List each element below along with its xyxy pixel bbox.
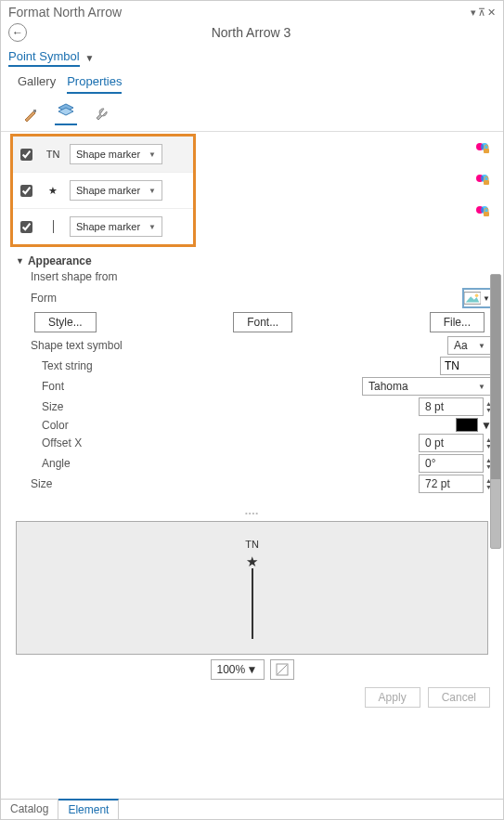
preview-canvas: TN ★ <box>16 521 488 655</box>
insert-shape-label: Insert shape from <box>31 267 492 286</box>
breadcrumb-point-symbol[interactable]: Point Symbol <box>8 49 80 67</box>
layer-marker-select[interactable]: Shape marker ▼ <box>70 180 162 201</box>
shape-text-symbol-select[interactable]: Aa ▼ <box>447 336 492 355</box>
size-inner-label: Size <box>42 400 419 413</box>
preview-text-tn: TN <box>245 539 259 550</box>
chevron-down-icon[interactable]: ▼ <box>85 53 95 63</box>
font-select[interactable]: Tahoma ▼ <box>362 377 492 396</box>
apply-button[interactable]: Apply <box>365 687 420 708</box>
layer-marker-label: Shape marker <box>76 185 140 196</box>
tab-row: Gallery Properties <box>1 69 503 94</box>
font-button[interactable]: Font... <box>233 312 292 332</box>
svg-point-14 <box>475 293 479 297</box>
sub-header: ← North Arrow 3 <box>1 20 503 46</box>
wrench-tool-icon[interactable] <box>90 103 112 125</box>
appearance-title: Appearance <box>28 254 92 267</box>
layer-checkbox[interactable] <box>20 221 32 233</box>
appearance-section: ▼ Appearance Insert shape from Form ▼ St… <box>1 249 503 497</box>
svg-rect-11 <box>484 212 489 216</box>
shape-text-symbol-label: Shape text symbol <box>31 339 447 352</box>
layer-marker-label: Shape marker <box>76 221 140 232</box>
bottom-tab-row: Catalog Element <box>1 799 503 819</box>
layer-icon-text: TN <box>42 147 64 162</box>
svg-rect-8 <box>484 180 489 185</box>
zoom-actual-size-button[interactable] <box>270 659 294 680</box>
layer-list-highlight: TN Shape marker ▼ ★ Shape marker ▼ Shape… <box>10 134 196 247</box>
breadcrumb: Point Symbol ▼ <box>1 46 503 69</box>
size-outer-input[interactable]: 72 pt <box>419 475 484 493</box>
text-string-label: Text string <box>42 359 440 372</box>
brush-tool-icon[interactable] <box>19 103 42 125</box>
size-inner-input[interactable]: 8 pt <box>419 397 484 416</box>
layers-tool-icon[interactable] <box>55 103 77 125</box>
layer-marker-select[interactable]: Shape marker ▼ <box>70 216 162 237</box>
tool-row <box>1 94 503 125</box>
layer-row[interactable]: Shape marker ▼ <box>13 209 193 244</box>
color-lock-icon[interactable] <box>475 204 490 219</box>
style-button[interactable]: Style... <box>34 312 97 332</box>
tab-properties[interactable]: Properties <box>67 74 122 94</box>
svg-rect-0 <box>33 110 36 112</box>
color-swatch[interactable] <box>456 418 478 432</box>
chevron-down-icon: ▼ <box>483 294 490 303</box>
footer-buttons: Apply Cancel <box>1 680 503 711</box>
offset-x-input[interactable]: 0 pt <box>419 434 484 452</box>
layer-checkbox[interactable] <box>20 185 32 197</box>
chevron-down-icon: ▼ <box>247 663 258 676</box>
layer-marker-label: Shape marker <box>76 149 140 160</box>
layer-marker-select[interactable]: Shape marker ▼ <box>70 144 162 164</box>
color-lock-icon[interactable] <box>475 173 490 188</box>
layer-icon-line <box>42 219 64 234</box>
back-button[interactable]: ← <box>8 23 27 42</box>
close-icon[interactable]: ✕ <box>487 7 496 19</box>
angle-input[interactable]: 0° <box>419 454 484 473</box>
scrollbar-handle[interactable] <box>491 275 500 479</box>
pane-subtitle: North Arrow 3 <box>34 25 496 40</box>
pin-icon[interactable]: ⊼ <box>478 7 485 19</box>
chevron-down-icon: ▼ <box>149 223 156 231</box>
size-outer-label: Size <box>31 477 419 490</box>
angle-label: Angle <box>42 457 419 470</box>
dropdown-icon[interactable]: ▾ <box>471 7 476 19</box>
zoom-select[interactable]: 100% ▼ <box>211 659 265 680</box>
layer-checkbox[interactable] <box>20 149 32 161</box>
pane-title-bar: Format North Arrow ▾ ⊼ ✕ <box>1 1 503 20</box>
layer-row[interactable]: ★ Shape marker ▼ <box>13 173 193 209</box>
chevron-down-icon: ▼ <box>149 150 156 159</box>
tab-gallery[interactable]: Gallery <box>18 74 56 94</box>
layer-row[interactable]: TN Shape marker ▼ <box>13 137 193 173</box>
font-label: Font <box>42 380 362 393</box>
bottom-tab-element[interactable]: Element <box>58 799 119 819</box>
file-button[interactable]: File... <box>430 312 485 332</box>
chevron-down-icon: ▼ <box>478 342 485 350</box>
svg-line-16 <box>278 665 287 674</box>
pane-title: Format North Arrow <box>8 5 122 20</box>
appearance-header[interactable]: ▼ Appearance <box>16 254 492 267</box>
color-lock-icon[interactable] <box>475 141 490 156</box>
form-label: Form <box>31 292 462 305</box>
chevron-down-icon: ▼ <box>149 187 156 195</box>
layer-icon-star: ★ <box>42 183 64 198</box>
svg-rect-5 <box>484 149 489 153</box>
bottom-tab-catalog[interactable]: Catalog <box>1 800 58 819</box>
splitter[interactable]: •••• <box>1 510 503 515</box>
cancel-button[interactable]: Cancel <box>428 687 490 708</box>
chevron-down-icon: ▼ <box>16 256 24 266</box>
preview-line-icon <box>252 568 253 639</box>
form-picture-picker[interactable]: ▼ <box>462 288 492 308</box>
chevron-down-icon: ▼ <box>478 383 485 391</box>
offset-x-label: Offset X <box>42 436 419 449</box>
color-label: Color <box>42 419 456 432</box>
vertical-scrollbar[interactable] <box>490 274 501 549</box>
zoom-row: 100% ▼ <box>1 659 503 680</box>
text-string-input[interactable] <box>440 357 492 375</box>
